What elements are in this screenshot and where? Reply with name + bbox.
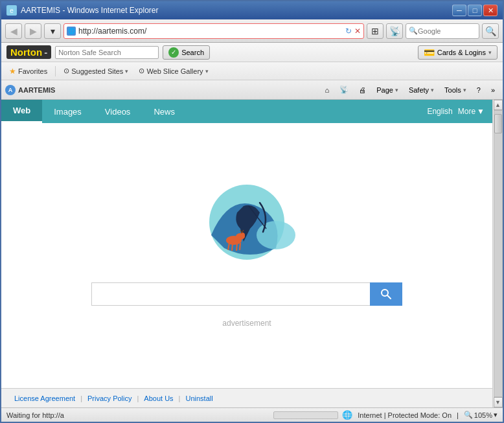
main-content: Web Images Videos News English More ▼ xyxy=(1,100,492,407)
tools-label: Tools xyxy=(444,86,461,94)
main-search-button[interactable] xyxy=(370,282,402,306)
maximize-button[interactable]: □ xyxy=(468,5,482,16)
scroll-thumb[interactable] xyxy=(494,114,502,133)
minimize-button[interactable]: ─ xyxy=(452,5,466,16)
back-button[interactable]: ◀ xyxy=(5,23,22,39)
main-search-input[interactable] xyxy=(91,282,370,306)
close-button[interactable]: ✕ xyxy=(483,5,498,16)
safety-label: Safety xyxy=(409,86,429,94)
status-bar: Waiting for http://a 🌐 Internet | Protec… xyxy=(1,407,503,422)
star-icon: ★ xyxy=(9,67,16,76)
advertisement-label: advertisement xyxy=(222,319,271,328)
webslice-label: Web Slice Gallery xyxy=(146,67,203,75)
status-text: Waiting for http://a xyxy=(6,411,269,419)
safety-arrow: ▾ xyxy=(431,87,434,93)
content-area: Web Images Videos News English More ▼ xyxy=(1,100,503,407)
footer-sep-2: | xyxy=(137,394,139,402)
about-link[interactable]: About Us xyxy=(144,394,173,402)
cards-label: Cards & Logins xyxy=(437,49,486,56)
address-bar: 🌐 ↻ ✕ xyxy=(63,23,364,39)
svg-point-1 xyxy=(257,221,295,249)
suggested-arrow: ▾ xyxy=(125,68,128,74)
tools-button[interactable]: Tools ▾ xyxy=(441,83,470,97)
webslice-button[interactable]: ⊙ Web Slice Gallery ▾ xyxy=(136,65,211,76)
dropdown-button[interactable]: ▾ xyxy=(44,23,61,39)
rss-toolbar-button[interactable]: 📡 xyxy=(336,83,352,97)
norton-toolbar: Norton - ✓ Search 💳 Cards & Logins ▾ xyxy=(1,43,503,62)
svg-line-8 xyxy=(240,243,240,250)
fav-separator xyxy=(55,66,56,76)
cards-dropdown-arrow: ▾ xyxy=(488,49,492,56)
footer: License Agreement | Privacy Policy | Abo… xyxy=(1,388,492,407)
privacy-link[interactable]: Privacy Policy xyxy=(87,394,132,402)
browser-window: e AARTEMIS - Windows Internet Explorer ─… xyxy=(0,0,504,423)
magnify-icon: 🔍 xyxy=(464,411,473,419)
favorites-bar: ★ Favorites ⊙ Suggested Sites ▾ ⊙ Web Sl… xyxy=(1,62,503,80)
compatibility-button[interactable]: ⊞ xyxy=(367,23,384,39)
search-icon: 🔍 xyxy=(409,27,418,35)
zoom-arrow: ▾ xyxy=(494,411,498,419)
rss-button[interactable]: 📡 xyxy=(386,23,403,39)
aartemis-logo xyxy=(192,177,302,269)
aartemis-icon: A xyxy=(5,85,16,95)
tab-images[interactable]: Images xyxy=(42,100,93,123)
aartemis-label: A AARTEMIS xyxy=(5,85,55,95)
favorites-label: Favorites xyxy=(18,67,47,75)
norton-check-icon: ✓ xyxy=(168,47,179,58)
zoom-control[interactable]: 🔍 105% ▾ xyxy=(464,411,498,419)
norton-search-input[interactable] xyxy=(55,46,159,59)
scroll-track[interactable] xyxy=(494,110,503,397)
page-label: Page xyxy=(376,86,393,94)
search-area: 🔍 xyxy=(406,23,479,39)
norton-brand-text: Norton xyxy=(10,47,42,58)
favorites-button[interactable]: ★ Favorites xyxy=(6,65,50,77)
uninstall-link[interactable]: Uninstall xyxy=(185,394,212,402)
scroll-down-button[interactable]: ▼ xyxy=(494,397,503,407)
footer-sep-3: | xyxy=(179,394,181,402)
address-input[interactable] xyxy=(78,27,343,36)
nav-search-input[interactable] xyxy=(418,27,476,35)
page-button[interactable]: Page ▾ xyxy=(372,83,402,97)
progress-bar xyxy=(273,411,338,419)
tab-videos[interactable]: Videos xyxy=(93,100,143,123)
tab-web[interactable]: Web xyxy=(1,100,42,123)
protected-mode: Internet | Protected Mode: On xyxy=(358,411,452,419)
cards-logins-button[interactable]: 💳 Cards & Logins ▾ xyxy=(418,45,498,60)
license-link[interactable]: License Agreement xyxy=(14,394,75,402)
search-box-area xyxy=(91,282,402,306)
card-icon: 💳 xyxy=(424,47,435,58)
toolbar-expand-button[interactable]: » xyxy=(487,83,499,97)
svg-point-9 xyxy=(240,233,245,238)
title-bar-left: e AARTEMIS - Windows Internet Explorer xyxy=(6,5,159,16)
title-bar: e AARTEMIS - Windows Internet Explorer ─… xyxy=(1,1,503,19)
scrollbar: ▲ ▼ xyxy=(492,100,503,407)
print-button[interactable]: 🖨 xyxy=(355,83,370,97)
refresh-button[interactable]: ↻ xyxy=(345,27,352,36)
nav-search-go[interactable]: 🔍 xyxy=(482,23,499,39)
aartemis-text: AARTEMIS xyxy=(18,86,55,94)
stop-button[interactable]: ✕ xyxy=(354,27,361,36)
svg-line-7 xyxy=(236,244,237,251)
webslice-icon: ⊙ xyxy=(139,67,144,75)
more-arrow: ▼ xyxy=(477,107,485,116)
page-icon: 🌐 xyxy=(67,27,76,36)
help-button[interactable]: ? xyxy=(473,83,485,97)
scroll-up-button[interactable]: ▲ xyxy=(494,100,503,110)
forward-button[interactable]: ▶ xyxy=(25,23,41,39)
page-arrow: ▾ xyxy=(395,87,398,93)
safety-button[interactable]: Safety ▾ xyxy=(405,83,438,97)
norton-dash: - xyxy=(44,47,47,58)
language-button[interactable]: English xyxy=(427,107,452,116)
status-separator: | xyxy=(457,411,459,419)
nav-bar: ◀ ▶ ▾ 🌐 ↻ ✕ ⊞ 📡 🔍 🔍 xyxy=(1,19,503,43)
svg-line-6 xyxy=(232,244,233,251)
home-button[interactable]: ⌂ xyxy=(321,83,334,97)
ie-icon: e xyxy=(6,5,17,16)
norton-search-button[interactable]: ✓ Search xyxy=(163,45,210,60)
suggested-sites-button[interactable]: ⊙ Suggested Sites ▾ xyxy=(61,65,131,76)
window-title: AARTEMIS - Windows Internet Explorer xyxy=(21,6,159,15)
norton-logo[interactable]: Norton - xyxy=(6,45,51,59)
footer-sep-1: | xyxy=(80,394,82,402)
more-button[interactable]: More ▼ xyxy=(458,107,485,116)
tab-news[interactable]: News xyxy=(142,100,187,123)
